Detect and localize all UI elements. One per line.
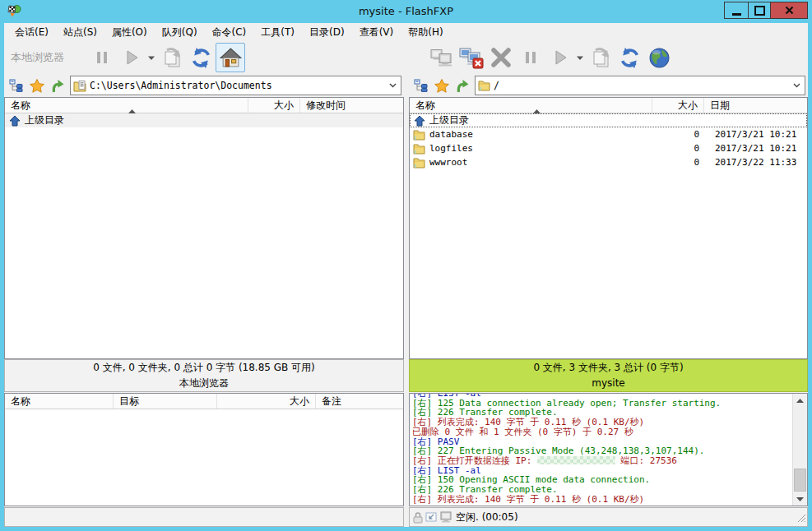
column-header-size[interactable]: 大小 <box>652 98 703 113</box>
file-size: 0 <box>657 157 708 168</box>
abort-button[interactable] <box>486 43 516 72</box>
close-button[interactable] <box>770 2 808 19</box>
pause-icon <box>93 48 111 67</box>
transfer-queue-panel: 名称目标大小备注 <box>4 393 404 506</box>
local-path-combobox[interactable]: C:\Users\Administrator\Documents <box>70 76 401 95</box>
maximize-button[interactable] <box>748 2 771 19</box>
toolbar-row: 本地浏览器 <box>4 41 808 74</box>
menu-item-s[interactable]: 站点(S) <box>56 23 104 42</box>
transfer-button[interactable] <box>585 43 615 72</box>
menu-item-c[interactable]: 命令(C) <box>205 23 254 42</box>
window-arrow-icon <box>425 511 438 523</box>
window-title: mysite - FlashFXP <box>0 5 812 17</box>
column-header-name[interactable]: 名称 <box>5 98 248 113</box>
path-row: C:\Users\Administrator\Documents / <box>4 74 808 97</box>
pause-button[interactable] <box>516 43 545 72</box>
up-button[interactable] <box>452 76 472 95</box>
close-icon <box>785 6 794 15</box>
local-status-line2: 本地浏览器 <box>5 376 403 391</box>
pane-status-row: 0 文件, 0 文件夹, 0 总计 0 字节 (18.85 GB 可用) 本地浏… <box>4 359 808 392</box>
favorites-icon <box>434 79 449 93</box>
queue-column-size[interactable]: 大小 <box>216 394 315 409</box>
menu-item-q[interactable]: 队列(Q) <box>155 23 205 42</box>
log-scrollbar[interactable] <box>792 394 807 506</box>
minimize-icon <box>732 13 741 16</box>
menu-item-d[interactable]: 目录(D) <box>302 23 352 42</box>
play-button[interactable] <box>545 43 575 72</box>
log-line: [右] 列表完成: 140 字节 于 0.11 秒 (0.1 KB/秒) <box>412 495 791 505</box>
dropdown-caret-button[interactable] <box>146 44 156 72</box>
remote-status-line2: mysite <box>410 376 807 391</box>
pause-button[interactable] <box>87 43 117 72</box>
up-button[interactable] <box>47 76 67 95</box>
local-list-header: 名称大小修改时间 <box>5 98 403 113</box>
disconnect-icon <box>458 46 485 69</box>
play-button[interactable] <box>117 43 146 72</box>
remote-file-list: 名称大小日期 上级目录database02017/3/21 10:21logfi… <box>409 97 808 359</box>
world-button[interactable] <box>644 43 674 72</box>
menu-item-h[interactable]: 帮助(H) <box>401 23 450 42</box>
remote-folder-icon <box>478 80 490 91</box>
log-lines: [右] LIST -al[右] 125 Data connection alre… <box>412 393 791 504</box>
lock-icon[interactable] <box>412 511 424 524</box>
connect-button[interactable] <box>427 43 457 72</box>
scroll-up-arrow[interactable] <box>793 394 807 407</box>
minimize-button[interactable] <box>724 2 749 19</box>
queue-column-target[interactable]: 目标 <box>113 394 216 409</box>
menu-item-o[interactable]: 属性(O) <box>104 23 155 42</box>
home-button[interactable] <box>216 43 245 72</box>
favorites-button[interactable] <box>431 76 452 95</box>
parent-dir-row[interactable]: 上级目录 <box>5 113 403 127</box>
menu-item-e[interactable]: 会话(E) <box>7 23 56 42</box>
file-size: 0 <box>657 143 708 154</box>
play-icon <box>123 48 141 67</box>
up-dir-icon <box>412 115 426 127</box>
file-row[interactable]: wwwroot02017/3/22 11:33 <box>410 155 807 169</box>
file-row[interactable]: logfiles02017/3/21 10:21 <box>410 141 807 155</box>
column-header-name[interactable]: 名称 <box>410 98 652 113</box>
log-panel: [右] LIST -al[右] 125 Data connection alre… <box>409 393 808 506</box>
column-header-size[interactable]: 大小 <box>248 98 299 113</box>
file-date: 2017/3/21 10:21 <box>708 129 807 140</box>
remote-path-bar: / <box>409 74 808 97</box>
tree-button[interactable] <box>411 76 431 95</box>
parent-dir-row[interactable]: 上级目录 <box>410 113 807 127</box>
remote-status-summary: 0 文件, 3 文件夹, 3 总计 (0 字节) mysite <box>409 359 808 392</box>
chevron-down-icon[interactable] <box>385 77 400 94</box>
favorites-button[interactable] <box>26 76 47 95</box>
refresh-button[interactable] <box>186 43 216 72</box>
queue-column-remark[interactable]: 备注 <box>315 394 403 409</box>
menu-item-v[interactable]: 查看(V) <box>352 23 401 42</box>
transfer-icon <box>160 46 183 69</box>
resize-grip-icon[interactable] <box>797 514 806 525</box>
up-icon <box>50 79 65 93</box>
remote-path-combobox[interactable]: / <box>475 76 805 95</box>
sort-ascending-icon <box>533 103 541 118</box>
remote-path-value: / <box>494 80 499 91</box>
transfer-button[interactable] <box>156 43 186 72</box>
file-row[interactable]: database02017/3/21 10:21 <box>410 127 807 141</box>
dropdown-caret-button[interactable] <box>575 44 585 72</box>
menu-item-t[interactable]: 工具(T) <box>253 23 302 42</box>
title-bar: mysite - FlashFXP <box>0 0 812 23</box>
refresh-button[interactable] <box>615 43 644 72</box>
tree-icon <box>9 79 23 92</box>
file-name: database <box>426 129 657 140</box>
home-icon <box>220 48 242 68</box>
chevron-down-icon[interactable] <box>789 77 804 94</box>
column-header-date[interactable]: 日期 <box>703 98 807 113</box>
connect-icon <box>429 47 454 69</box>
local-file-list: 名称大小修改时间 上级目录 <box>4 97 404 359</box>
local-browser-label: 本地浏览器 <box>11 50 64 65</box>
disconnect-button[interactable] <box>457 43 486 72</box>
scroll-thumb[interactable] <box>794 469 806 492</box>
file-date: 2017/3/21 10:21 <box>708 143 807 154</box>
queue-column-name[interactable]: 名称 <box>5 394 113 409</box>
play-icon <box>551 48 569 67</box>
file-name: 上级目录 <box>21 113 253 127</box>
column-header-date[interactable]: 修改时间 <box>299 98 403 113</box>
scroll-down-arrow[interactable] <box>793 492 807 506</box>
computer-icon <box>439 511 452 524</box>
log-line: [右] 226 Transfer complete. <box>412 485 791 495</box>
tree-button[interactable] <box>6 76 26 95</box>
